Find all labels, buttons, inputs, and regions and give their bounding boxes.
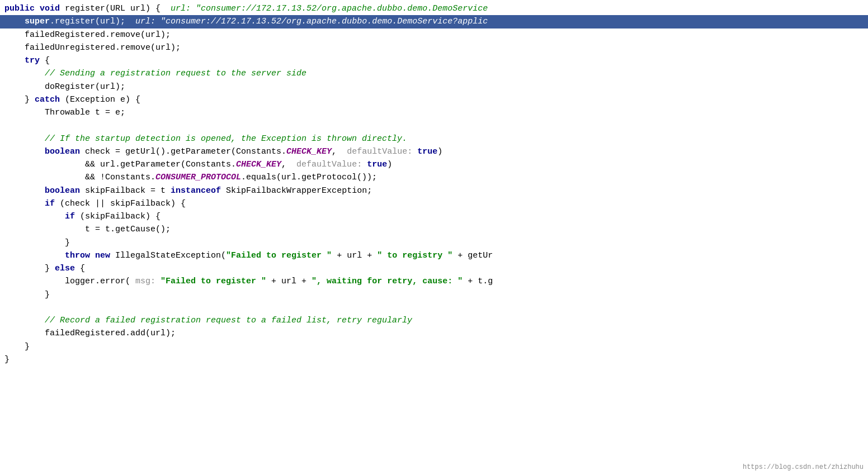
code-line-line8: } catch (Exception e) { <box>0 93 868 106</box>
code-line-line16: if (check || skipFailback) { <box>0 197 868 210</box>
code-line-line9: Throwable t = e; <box>0 106 868 119</box>
code-line-line17: if (skipFailback) { <box>0 210 868 223</box>
code-line-line15: boolean skipFailback = t instanceof Skip… <box>0 184 868 197</box>
code-line-line27: } <box>0 340 868 353</box>
code-viewer: public void register(URL url) { url: "co… <box>0 0 868 475</box>
code-line-line4: failedUnregistered.remove(url); <box>0 41 868 54</box>
footer-link: https://blog.csdn.net/zhizhuhu <box>743 462 864 473</box>
code-line-line18: t = t.getCause(); <box>0 223 868 236</box>
code-line-line22: logger.error( msg: "Failed to register "… <box>0 275 868 288</box>
code-line-line26: failedRegistered.add(url); <box>0 327 868 340</box>
code-line-line14: && !Constants.CONSUMER_PROTOCOL.equals(u… <box>0 171 868 184</box>
code-line-line20: throw new IllegalStateException("Failed … <box>0 249 868 262</box>
code-line-line6: // Sending a registration request to the… <box>0 67 868 80</box>
code-line-line25: // Record a failed registration request … <box>0 314 868 327</box>
code-line-line3: failedRegistered.remove(url); <box>0 28 868 41</box>
code-line-line10 <box>0 119 868 132</box>
code-line-line24 <box>0 301 868 314</box>
code-line-line1: public void register(URL url) { url: "co… <box>0 2 868 15</box>
code-line-line7: doRegister(url); <box>0 80 868 93</box>
code-line-line13: && url.getParameter(Constants.CHECK_KEY,… <box>0 158 868 171</box>
code-line-line5: try { <box>0 54 868 67</box>
code-line-line23: } <box>0 288 868 301</box>
code-line-line2: super.register(url); url: "consumer://17… <box>0 15 868 28</box>
code-line-line11: // If the startup detection is opened, t… <box>0 132 868 145</box>
code-line-line28: } <box>0 353 868 366</box>
code-line-line12: boolean check = getUrl().getParameter(Co… <box>0 145 868 158</box>
code-line-line19: } <box>0 236 868 249</box>
code-line-line21: } else { <box>0 262 868 275</box>
